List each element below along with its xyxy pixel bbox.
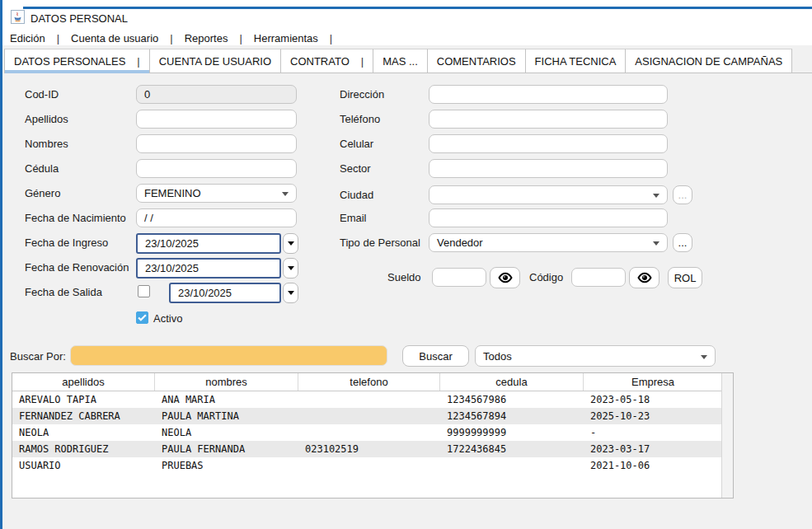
- tab-cuenta-de-usuario[interactable]: CUENTA DE USUARIO: [150, 49, 281, 73]
- column-header-cedula[interactable]: cedula: [440, 373, 584, 391]
- telefono-label: Teléfono: [340, 113, 380, 125]
- results-table: apellidosnombrestelefonocedulaEmpresa AR…: [12, 372, 734, 499]
- cedula-input[interactable]: [136, 159, 297, 178]
- fecha-salida-checkbox[interactable]: [138, 285, 150, 297]
- table-cell: 2021-10-06: [584, 457, 722, 474]
- column-header-empresa[interactable]: Empresa: [584, 373, 722, 391]
- table-cell: 1234567986: [440, 391, 584, 408]
- eye-icon: [498, 272, 513, 283]
- tipo-personal-label: Tipo de Personal: [340, 236, 420, 249]
- tab-mas[interactable]: MAS ...: [373, 49, 428, 73]
- celular-input[interactable]: [429, 134, 668, 153]
- table-cell: [298, 391, 440, 408]
- ciudad-label: Ciudad: [340, 189, 373, 201]
- tab-asignacion-de-campañas[interactable]: ASIGNACION DE CAMPAÑAS: [626, 49, 792, 73]
- codigo-input[interactable]: [571, 268, 626, 287]
- table-cell: NEOLA: [155, 424, 298, 441]
- java-app-icon: [11, 10, 25, 24]
- table-cell: 1722436845: [440, 441, 584, 457]
- table-row[interactable]: AREVALO TAPIAANA MARIA12345679862023-05-…: [12, 391, 722, 408]
- tab-label: DATOS PERSONALES: [14, 55, 125, 68]
- fecha-renovacion-calendar-button[interactable]: [283, 258, 298, 279]
- table-cell: 2023-03-17: [584, 441, 722, 457]
- table-cell: 2023-05-18: [584, 391, 722, 408]
- column-header-apellidos[interactable]: apellidos: [12, 373, 155, 391]
- table-header-row: apellidosnombrestelefonocedulaEmpresa: [12, 373, 722, 391]
- table-cell: AREVALO TAPIA: [12, 391, 155, 408]
- column-header-nombres[interactable]: nombres: [155, 373, 298, 391]
- direccion-input[interactable]: [429, 85, 668, 104]
- chevron-down-icon: [701, 355, 707, 359]
- menu-separator: |: [239, 32, 242, 44]
- menu-item-cuenta-de-usuario[interactable]: Cuenta de usuario: [71, 32, 158, 44]
- table-scrollbar[interactable]: [721, 373, 733, 498]
- tipo-personal-select[interactable]: Vendedor: [429, 233, 668, 252]
- email-input[interactable]: [429, 208, 668, 227]
- fecha-salida-label: Fecha de Salida: [25, 286, 102, 298]
- menu-separator: |: [57, 32, 59, 44]
- column-header-telefono[interactable]: telefono: [298, 373, 440, 391]
- fecha-ingreso-input[interactable]: 23/10/2025: [136, 233, 281, 254]
- menu-separator: |: [170, 32, 172, 44]
- sueldo-show-button[interactable]: [490, 267, 520, 288]
- fecha-salida-input[interactable]: 23/10/2025: [169, 283, 281, 303]
- table-row[interactable]: RAMOS RODRIGUEZPAULA FERNANDA02310251917…: [12, 441, 722, 457]
- chevron-down-icon: [653, 194, 659, 198]
- activo-label: Activo: [153, 312, 182, 325]
- tab-pipe: |: [361, 55, 364, 68]
- sueldo-input[interactable]: [432, 268, 486, 287]
- menu-item-edición[interactable]: Edición: [10, 32, 45, 44]
- chevron-down-icon: [282, 192, 289, 196]
- eye-icon: [637, 272, 652, 283]
- table-cell: [298, 457, 440, 474]
- fecha-salida-calendar-button[interactable]: [283, 283, 298, 303]
- tab-comentarios[interactable]: COMENTARIOS: [428, 49, 526, 73]
- tipo-personal-more-button[interactable]: ...: [673, 233, 692, 252]
- menu-item-reportes[interactable]: Reportes: [185, 32, 228, 44]
- tab-label: MAS ...: [383, 55, 418, 68]
- chevron-down-icon: [653, 241, 659, 246]
- codigo-show-button[interactable]: [629, 267, 659, 288]
- fecha-ingreso-calendar-button[interactable]: [283, 233, 298, 254]
- sector-label: Sector: [340, 162, 371, 175]
- fecha-renovacion-input[interactable]: 23/10/2025: [136, 258, 281, 279]
- genero-selected-value: FEMENINO: [144, 187, 201, 199]
- table-cell: PRUEBAS: [155, 457, 298, 474]
- genero-select[interactable]: FEMENINO: [136, 184, 297, 203]
- table-cell: USUARIO: [12, 457, 155, 474]
- rol-button[interactable]: ROL: [668, 267, 702, 288]
- table-cell: RAMOS RODRIGUEZ: [12, 441, 155, 457]
- activo-checkbox[interactable]: [136, 311, 148, 324]
- table-row[interactable]: USUARIOPRUEBAS2021-10-06: [12, 457, 722, 474]
- telefono-input[interactable]: [429, 110, 668, 129]
- search-input[interactable]: [70, 345, 387, 366]
- buscar-por-label: Buscar Por:: [10, 350, 66, 363]
- sector-input[interactable]: [429, 159, 668, 178]
- table-cell: FERNANDEZ CABRERA: [12, 408, 155, 424]
- tab-strip: DATOS PERSONALES|CUENTA DE USUARIOCONTRA…: [4, 49, 812, 73]
- window-title: DATOS PERSONAL: [31, 12, 128, 25]
- tab-contrato[interactable]: CONTRATO|: [281, 49, 373, 73]
- table-cell: [440, 457, 584, 474]
- nombres-input[interactable]: [136, 134, 297, 153]
- tab-ficha-tecnica[interactable]: FICHA TECNICA: [526, 49, 627, 73]
- menu-item-herramientas[interactable]: Herramientas: [254, 32, 318, 44]
- table-cell: 2025-10-23: [584, 408, 722, 424]
- nombres-label: Nombres: [25, 138, 68, 150]
- buscar-button[interactable]: Buscar: [402, 345, 469, 367]
- tab-label: COMENTARIOS: [437, 55, 516, 68]
- tab-datos-personales[interactable]: DATOS PERSONALES|: [4, 49, 150, 73]
- window-left-border: [0, 0, 2, 529]
- fecha-ingreso-label: Fecha de Ingreso: [25, 236, 108, 249]
- search-filter-select[interactable]: Todos: [475, 345, 716, 367]
- cedula-label: Cédula: [25, 162, 59, 175]
- apellidos-input[interactable]: [136, 110, 297, 129]
- table-row[interactable]: FERNANDEZ CABRERAPAULA MARTINA1234567894…: [12, 408, 722, 424]
- codigo-label: Código: [529, 271, 563, 283]
- fecha-nacimiento-input[interactable]: [136, 208, 297, 227]
- ciudad-more-button[interactable]: ...: [673, 185, 692, 204]
- tab-pipe: |: [137, 55, 139, 68]
- search-filter-selected-value: Todos: [483, 350, 512, 363]
- ciudad-select[interactable]: [429, 185, 668, 204]
- table-row[interactable]: NEOLANEOLA9999999999-: [12, 424, 722, 441]
